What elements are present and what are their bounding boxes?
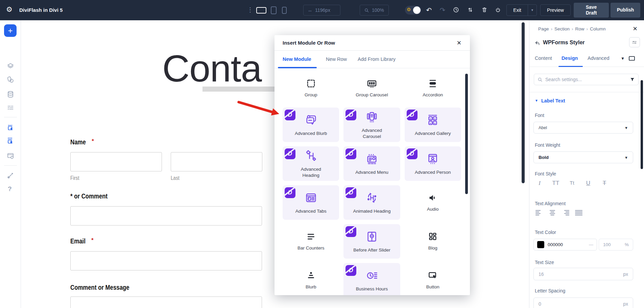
phone-view-icon[interactable] — [282, 7, 287, 14]
design-presets-icon[interactable] — [6, 76, 15, 84]
select-caret-icon: ▼ — [624, 126, 628, 130]
tab-advanced[interactable]: Advanced — [588, 55, 610, 61]
content-text-icon[interactable] — [6, 103, 15, 112]
responsive-desktop-icon[interactable] — [627, 55, 636, 62]
settings-search-input[interactable] — [545, 77, 627, 82]
module-item[interactable]: Audio — [405, 185, 461, 220]
redo-icon[interactable]: ↷ — [439, 6, 446, 14]
panel-scrollbar[interactable] — [641, 80, 643, 169]
panel-close-icon[interactable]: × — [633, 24, 637, 33]
breadcrumb-row[interactable]: Row — [575, 26, 585, 31]
text-size-field[interactable]: 16 px — [533, 268, 633, 280]
breadcrumb-column[interactable]: Column — [590, 26, 606, 31]
dock-panel-button[interactable] — [629, 37, 640, 47]
module-item[interactable]: Accordion — [405, 73, 461, 103]
align-center-icon[interactable] — [549, 210, 556, 217]
layers-icon[interactable] — [6, 62, 15, 70]
breadcrumb-page[interactable]: Page — [538, 26, 549, 31]
uppercase-icon[interactable]: TT — [552, 180, 560, 187]
diviflash-badge-icon: D — [345, 148, 356, 159]
module-item[interactable]: D Business Hours — [343, 263, 400, 295]
save-draft-button[interactable]: Save Draft — [574, 3, 609, 18]
add-module-button[interactable]: + — [4, 24, 17, 37]
module-item[interactable]: Button — [405, 263, 461, 295]
module-item[interactable]: D Advanced Menu — [343, 146, 400, 181]
filter-funnel-icon[interactable] — [630, 77, 635, 82]
builder-mode-toggle[interactable]: ⚙ — [405, 6, 421, 15]
module-item[interactable]: D Advanced Heading — [283, 146, 339, 181]
tablet-view-icon[interactable] — [271, 6, 277, 14]
module-item[interactable]: Blog — [405, 224, 461, 259]
tab-content[interactable]: Content — [535, 55, 552, 61]
page-settings-icon[interactable] — [6, 152, 15, 160]
tab-new-module[interactable]: New Module — [283, 56, 311, 62]
module-label: Bar Counters — [297, 245, 325, 251]
align-right-icon[interactable] — [562, 210, 569, 217]
tools-icon[interactable] — [6, 171, 15, 180]
color-opacity-field[interactable]: 100 % — [599, 239, 633, 251]
color-swatch[interactable] — [537, 241, 544, 248]
module-item[interactable]: D Animated Heading — [343, 185, 400, 220]
modal-tabs: New Module New Row Add From Library — [275, 51, 470, 68]
preview-button[interactable]: Preview — [540, 4, 571, 16]
more-options-icon[interactable]: ⋮ — [247, 6, 253, 14]
module-item[interactable]: D Advanced Person — [405, 146, 461, 181]
module-label: Advanced Menu — [355, 169, 388, 175]
tab-new-row[interactable]: New Row — [326, 56, 347, 62]
settings-search[interactable] — [534, 74, 639, 85]
canvas-width-control[interactable]: ↔ 1196px — [303, 5, 340, 16]
desktop-view-icon[interactable] — [256, 7, 266, 14]
modal-close-icon[interactable]: × — [455, 39, 463, 47]
breadcrumb-section[interactable]: Section — [554, 26, 570, 31]
module-item[interactable]: Group — [283, 73, 339, 103]
module-label: Button — [426, 284, 439, 290]
module-icon — [428, 78, 438, 89]
first-name-input[interactable] — [70, 152, 162, 171]
exit-dropdown-caret-icon[interactable]: ▼ — [528, 4, 536, 16]
select-module-icon[interactable] — [6, 124, 15, 132]
module-item[interactable]: D Advanced Blurb — [283, 108, 339, 142]
history-icon[interactable] — [452, 6, 460, 14]
undo-icon[interactable]: ↶ — [425, 6, 433, 14]
canvas-scrollbar[interactable] — [522, 22, 525, 183]
font-weight-select[interactable]: Bold ▼ — [533, 151, 633, 163]
opacity-value: 100 — [603, 242, 611, 247]
tab-design[interactable]: Design — [562, 55, 578, 61]
label-text-section-toggle[interactable]: ▼Label Text — [535, 98, 565, 103]
underline-icon[interactable]: U — [584, 180, 592, 187]
module-item[interactable]: D Advanced Gallery — [405, 108, 461, 142]
module-item[interactable]: Group Carousel — [343, 73, 400, 103]
font-select[interactable]: Abel ▼ — [533, 122, 633, 134]
modal-scrollbar[interactable] — [465, 74, 468, 194]
module-item[interactable]: D Advanced Carousel — [343, 108, 400, 142]
letter-spacing-field[interactable]: 0 px — [533, 298, 633, 308]
portability-icon[interactable] — [494, 6, 502, 14]
module-item[interactable]: D Advanced Tabs — [283, 185, 339, 220]
builder-settings-gear-icon[interactable]: ⚙ — [6, 5, 13, 14]
zoom-control[interactable]: 100% — [360, 5, 389, 16]
select-row-icon[interactable] — [6, 137, 15, 145]
email-input[interactable] — [70, 251, 262, 270]
exit-button[interactable]: Exit ▼ — [506, 4, 537, 16]
align-left-icon[interactable] — [535, 210, 543, 217]
publish-button[interactable]: Publish — [611, 3, 640, 18]
message-textarea[interactable] — [70, 297, 262, 308]
help-icon[interactable]: ? — [8, 185, 12, 193]
align-justify-icon[interactable] — [575, 210, 582, 217]
sort-layers-icon[interactable] — [467, 6, 474, 14]
module-item[interactable]: D Before After Slider — [343, 224, 400, 259]
comment-input[interactable] — [70, 206, 262, 226]
tab-add-from-library[interactable]: Add From Library — [358, 56, 396, 62]
last-name-input[interactable] — [171, 152, 262, 171]
module-item[interactable]: Blurb — [283, 263, 339, 295]
module-item[interactable]: Bar Counters — [283, 224, 339, 259]
database-icon[interactable] — [6, 90, 15, 98]
back-arrow-icon[interactable] — [534, 40, 540, 46]
trash-icon[interactable] — [481, 6, 488, 14]
strikethrough-icon[interactable]: T — [600, 180, 609, 187]
tabs-dropdown-caret-icon[interactable]: ▼ — [621, 56, 625, 61]
small-caps-icon[interactable]: Tt — [568, 180, 576, 187]
module-icon — [365, 230, 379, 244]
italic-icon[interactable]: I — [535, 180, 544, 187]
text-color-picker[interactable]: 000000 — — [533, 239, 597, 251]
